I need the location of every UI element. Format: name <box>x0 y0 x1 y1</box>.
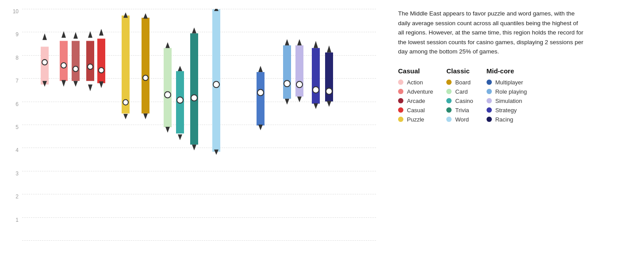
legend-item-puzzle: Puzzle <box>398 116 433 123</box>
board-label: Board <box>455 79 471 86</box>
legend-item-word: Word <box>446 116 473 123</box>
legend-midcore: Mid-core Multiplayer Role playing Simula… <box>487 67 527 125</box>
svg-point-55 <box>296 81 303 87</box>
description-text: The Middle East appears to favor puzzle … <box>398 9 584 57</box>
y-label-9: 9 <box>15 32 19 37</box>
svg-marker-22 <box>123 114 128 119</box>
legend-area: The Middle East appears to favor puzzle … <box>385 0 644 258</box>
legend-grid: Casual Action Adventure Arcade Casual Pu… <box>398 67 631 125</box>
simulation-label: Simulation <box>495 98 522 104</box>
svg-marker-54 <box>297 97 302 102</box>
svg-point-39 <box>191 95 197 101</box>
legend-item-casual: Casual <box>398 107 433 114</box>
simulation-dot <box>487 98 492 103</box>
svg-rect-28 <box>164 48 172 127</box>
svg-marker-14 <box>88 84 92 91</box>
chart-svg <box>22 9 376 240</box>
trivia-label: Trivia <box>455 107 469 114</box>
svg-rect-44 <box>257 72 264 125</box>
roleplaying-label: Role playing <box>495 88 527 95</box>
casino-dot <box>446 98 452 103</box>
legend-item-casino: Casino <box>446 98 473 104</box>
adventure-dot <box>398 89 403 94</box>
svg-marker-49 <box>285 39 289 46</box>
puzzle-dot <box>398 117 403 122</box>
svg-rect-52 <box>295 46 303 97</box>
legend-item-arcade: Arcade <box>398 98 433 104</box>
legend-midcore-title: Mid-core <box>487 67 527 75</box>
racing-label: Racing <box>495 116 513 123</box>
word-label: Word <box>455 116 469 123</box>
legend-classic: Classic Board Card Casino Trivia Word <box>446 67 473 125</box>
svg-point-31 <box>165 91 171 98</box>
svg-marker-34 <box>178 134 182 140</box>
svg-marker-37 <box>192 27 196 33</box>
svg-marker-42 <box>214 149 218 155</box>
trivia-dot <box>446 107 452 113</box>
y-label-10: 10 <box>13 9 19 14</box>
svg-rect-8 <box>72 41 80 81</box>
y-label-3: 3 <box>15 171 19 176</box>
svg-marker-29 <box>165 42 170 48</box>
puzzle-label: Puzzle <box>407 116 424 123</box>
legend-item-roleplaying: Role playing <box>487 88 527 95</box>
word-dot <box>446 117 452 122</box>
legend-item-card: Card <box>446 88 473 95</box>
legend-casual: Casual Action Adventure Arcade Casual Pu… <box>398 67 433 125</box>
svg-point-63 <box>326 88 332 94</box>
svg-marker-33 <box>178 66 182 71</box>
y-label-6: 6 <box>15 102 19 107</box>
svg-marker-9 <box>73 32 78 38</box>
strategy-label: Strategy <box>495 107 517 114</box>
svg-point-19 <box>99 68 104 73</box>
card-dot <box>446 89 452 94</box>
action-dot <box>398 80 403 85</box>
svg-point-27 <box>143 75 148 80</box>
svg-marker-53 <box>297 39 302 46</box>
legend-item-adventure: Adventure <box>398 88 433 95</box>
svg-rect-24 <box>142 18 150 114</box>
legend-item-racing: Racing <box>487 116 527 123</box>
multiplayer-dot <box>487 80 492 85</box>
svg-rect-0 <box>41 47 49 85</box>
svg-marker-5 <box>61 31 66 38</box>
svg-marker-21 <box>123 12 128 18</box>
svg-marker-61 <box>327 46 331 53</box>
legend-item-simulation: Simulation <box>487 98 527 104</box>
chart-area: 10 9 8 7 6 5 4 3 2 1 <box>0 0 385 258</box>
svg-point-43 <box>213 81 219 87</box>
racing-dot <box>487 117 492 122</box>
svg-marker-45 <box>258 66 263 72</box>
svg-marker-57 <box>314 41 318 48</box>
y-label-4: 4 <box>15 148 19 153</box>
svg-point-47 <box>257 89 264 95</box>
strategy-dot <box>487 107 492 113</box>
legend-classic-title: Classic <box>446 67 473 75</box>
svg-marker-26 <box>143 114 148 119</box>
svg-rect-4 <box>60 41 68 81</box>
svg-point-11 <box>73 66 78 72</box>
svg-marker-10 <box>73 81 78 87</box>
svg-marker-1 <box>42 33 47 40</box>
legend-item-board: Board <box>446 79 473 86</box>
y-label-1: 1 <box>15 217 19 223</box>
legend-item-action: Action <box>398 79 433 86</box>
svg-marker-41 <box>214 9 218 11</box>
card-label: Card <box>455 88 468 95</box>
legend-casual-title: Casual <box>398 67 433 75</box>
svg-rect-16 <box>97 39 105 83</box>
svg-marker-13 <box>88 31 92 38</box>
svg-marker-25 <box>143 13 148 19</box>
svg-point-3 <box>42 60 47 65</box>
svg-rect-56 <box>312 48 320 104</box>
arcade-label: Arcade <box>407 98 425 104</box>
svg-marker-18 <box>99 81 104 88</box>
y-label-5: 5 <box>15 125 19 130</box>
svg-rect-40 <box>212 9 220 152</box>
svg-marker-58 <box>314 103 318 109</box>
svg-marker-50 <box>285 99 289 105</box>
y-label-8: 8 <box>15 55 19 61</box>
legend-item-strategy: Strategy <box>487 107 527 114</box>
casual-dot <box>398 107 403 113</box>
svg-marker-30 <box>165 127 170 133</box>
